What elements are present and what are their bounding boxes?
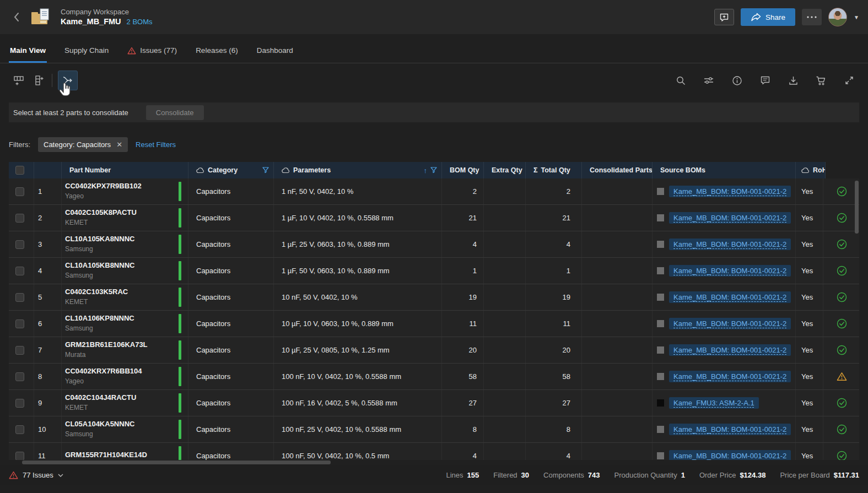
source-marker <box>657 373 664 380</box>
extra-qty-cell[interactable] <box>484 364 526 389</box>
extra-qty-cell[interactable] <box>484 258 526 284</box>
table-row[interactable]: 3 CL10A105KA8NNNC Samsung Capacitors 1 µ… <box>9 231 859 258</box>
tab-bar: Main View Supply Chain Issues (77) Relea… <box>0 34 868 63</box>
add-row-button[interactable] <box>29 71 48 90</box>
source-bom-link[interactable]: Kame_FMU3: ASM-2-A.1 <box>669 397 759 409</box>
header-category[interactable]: Category <box>188 162 274 178</box>
extra-qty-cell[interactable] <box>484 311 526 337</box>
extra-qty-cell[interactable] <box>484 231 526 257</box>
source-bom-link[interactable]: Kame_MB_BOM: BOM-001-0021-2 <box>669 212 791 224</box>
cart-icon <box>816 75 827 86</box>
source-bom-link[interactable]: Kame_MB_BOM: BOM-001-0021-2 <box>669 265 791 277</box>
remove-filter-icon[interactable]: ✕ <box>116 140 122 149</box>
extra-qty-cell[interactable] <box>484 284 526 310</box>
issues-summary[interactable]: 77 Issues <box>9 471 63 479</box>
row-checkbox[interactable] <box>15 319 24 328</box>
row-checkbox[interactable] <box>15 399 24 408</box>
add-column-icon <box>13 74 25 86</box>
source-bom-link[interactable]: Kame_MB_BOM: BOM-001-0021-2 <box>669 186 791 197</box>
tab-supply-chain[interactable]: Supply Chain <box>63 41 110 63</box>
horizontal-scrollbar-track <box>9 460 859 465</box>
sort-ascending-icon[interactable]: ↑ <box>424 166 428 175</box>
extra-qty-cell[interactable] <box>484 178 526 204</box>
boms-count-link[interactable]: 2 BOMs <box>127 18 153 26</box>
source-bom-link[interactable]: Kame_MB_BOM: BOM-001-0021-2 <box>669 371 791 382</box>
vertical-scrollbar[interactable] <box>855 181 859 234</box>
table-row[interactable]: 10 CL05A104KA5NNNC Samsung Capacitors 10… <box>9 416 859 443</box>
extra-qty-cell[interactable] <box>484 443 526 460</box>
header-bom-qty[interactable]: BOM Qty <box>442 162 484 178</box>
header-rohs[interactable]: RoHS <box>796 162 826 178</box>
extra-qty-cell[interactable] <box>484 416 526 442</box>
tab-dashboard[interactable]: Dashboard <box>256 41 294 63</box>
consolidated-parts-cell <box>582 364 653 389</box>
table-row[interactable]: 1 CC0402KPX7R9BB102 Yageo Capacitors 1 n… <box>9 178 859 205</box>
source-bom-link[interactable]: Kame_MB_BOM: BOM-001-0021-2 <box>669 291 791 303</box>
row-checkbox[interactable] <box>15 452 24 461</box>
header-total-qty[interactable]: Σ Total Qty <box>526 162 582 178</box>
comments-button[interactable] <box>755 71 775 90</box>
header-parameters[interactable]: Parameters ↑ <box>274 162 442 178</box>
extra-qty-cell[interactable] <box>484 337 526 363</box>
reset-filters-link[interactable]: Reset Filters <box>136 140 176 149</box>
extra-qty-cell[interactable] <box>484 390 526 416</box>
source-bom-link[interactable]: Kame_MB_BOM: BOM-001-0021-2 <box>669 239 791 250</box>
part-number: C0402C105K8PACTU <box>65 208 137 218</box>
tab-main-view[interactable]: Main View <box>9 41 47 63</box>
source-bom-link[interactable]: Kame_MB_BOM: BOM-001-0021-2 <box>669 450 791 460</box>
info-button[interactable] <box>727 71 747 90</box>
header-source-boms[interactable]: Source BOMs <box>653 162 796 178</box>
search-button[interactable] <box>671 71 691 90</box>
cart-button[interactable] <box>811 71 831 90</box>
select-all-checkbox[interactable] <box>15 166 24 175</box>
horizontal-scrollbar[interactable] <box>22 461 331 464</box>
table-row[interactable]: 7 GRM21BR61E106KA73L Murata Capacitors 1… <box>9 337 859 364</box>
consolidate-button[interactable]: Consolidate <box>146 105 204 120</box>
table-row[interactable]: 9 C0402C104J4RACTU KEMET Capacitors 100 … <box>9 390 859 416</box>
table-row[interactable]: 11 GRM155R71H104KE14D Capacitors 100 nF,… <box>9 443 859 460</box>
row-checkbox[interactable] <box>15 214 24 223</box>
header-consolidated-parts[interactable]: Consolidated Parts <box>582 162 653 178</box>
fullscreen-button[interactable] <box>839 71 859 90</box>
row-checkbox[interactable] <box>15 346 24 355</box>
row-checkbox[interactable] <box>15 293 24 302</box>
table-row[interactable]: 4 CL10A105KB8NNNC Samsung Capacitors 1 µ… <box>9 258 859 284</box>
filter-chip-category[interactable]: Category: Capacitors ✕ <box>38 137 128 152</box>
user-avatar[interactable] <box>828 8 847 26</box>
row-checkbox[interactable] <box>15 425 24 434</box>
row-index: 1 <box>34 178 62 204</box>
row-checkbox[interactable] <box>15 240 24 249</box>
table-row[interactable]: 8 CC0402KRX7R6BB104 Yageo Capacitors 100… <box>9 364 859 390</box>
source-marker <box>657 294 664 301</box>
total-qty-cell: 20 <box>526 337 582 363</box>
source-bom-link[interactable]: Kame_MB_BOM: BOM-001-0021-2 <box>669 424 791 435</box>
consolidate-tool-button[interactable] <box>58 71 78 90</box>
table-row[interactable]: 2 C0402C105K8PACTU KEMET Capacitors 1 µF… <box>9 205 859 231</box>
parameters-cell: 10 nF, 50 V, 0402, 10 % <box>274 284 442 310</box>
row-checkbox[interactable] <box>15 267 24 275</box>
source-bom-link[interactable]: Kame_MB_BOM: BOM-001-0021-2 <box>669 344 791 356</box>
source-bom-link[interactable]: Kame_MB_BOM: BOM-001-0021-2 <box>669 318 791 329</box>
share-button[interactable]: Share <box>741 8 795 26</box>
header-part-number[interactable]: Part Number <box>62 162 188 178</box>
bom-qty-cell: 2 <box>442 178 484 204</box>
add-comment-button[interactable] <box>714 9 734 25</box>
filter-funnel-icon[interactable] <box>262 167 269 174</box>
user-menu-caret-icon[interactable]: ▼ <box>854 14 859 20</box>
filter-funnel-icon[interactable] <box>430 167 437 174</box>
tab-issues[interactable]: Issues (77) <box>126 41 178 63</box>
table-row[interactable]: 6 CL10A106KP8NNNC Samsung Capacitors 10 … <box>9 311 859 337</box>
download-button[interactable] <box>783 71 803 90</box>
tab-releases[interactable]: Releases (6) <box>195 41 239 63</box>
more-options-button[interactable] <box>802 9 822 25</box>
table-row[interactable]: 5 C0402C103K5RAC KEMET Capacitors 10 nF,… <box>9 284 859 311</box>
header-select-all[interactable] <box>9 162 34 178</box>
back-button[interactable] <box>9 9 24 25</box>
view-settings-button[interactable] <box>699 71 719 90</box>
row-checkbox[interactable] <box>15 372 24 381</box>
add-column-button[interactable] <box>9 71 29 90</box>
extra-qty-cell[interactable] <box>484 205 526 231</box>
header-extra-qty[interactable]: Extra Qty <box>484 162 526 178</box>
rohs-cell: Yes <box>796 311 823 337</box>
row-checkbox[interactable] <box>15 187 24 196</box>
